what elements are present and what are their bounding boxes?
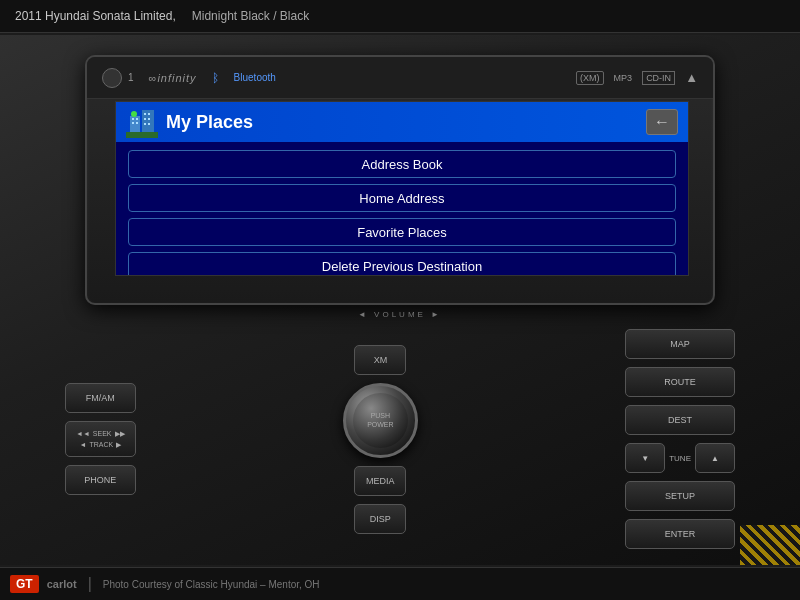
disp-button[interactable]: DISP xyxy=(354,504,406,534)
nav-screen: My Places ← Address Book Home Address Fa… xyxy=(115,101,689,276)
eject-icon[interactable]: ▲ xyxy=(685,70,698,85)
tune-buttons: ▼ TUNE ▲ xyxy=(625,443,735,473)
setup-button[interactable]: SETUP xyxy=(625,481,735,511)
power-knob[interactable]: PUSH POWER xyxy=(343,383,418,458)
svg-rect-11 xyxy=(144,123,146,125)
media-button[interactable]: MEDIA xyxy=(354,466,406,496)
disc-circle xyxy=(102,68,122,88)
tune-down-button[interactable]: ▼ xyxy=(625,443,665,473)
svg-rect-8 xyxy=(148,113,150,115)
route-button[interactable]: ROUTE xyxy=(625,367,735,397)
svg-rect-1 xyxy=(130,116,140,132)
tune-label: TUNE xyxy=(669,443,691,473)
svg-rect-10 xyxy=(148,118,150,120)
nav-screen-header: My Places ← xyxy=(116,102,688,142)
back-button[interactable]: ← xyxy=(646,109,678,135)
brand-text: ∞infinity xyxy=(149,72,197,84)
bluetooth-symbol: ᛒ xyxy=(212,71,219,85)
map-button[interactable]: MAP xyxy=(625,329,735,359)
xm-badge: (XM) xyxy=(576,71,604,85)
main-wrapper: 2011 Hyundai Sonata Limited, Midnight Bl… xyxy=(0,0,800,600)
disc-number: 1 xyxy=(128,72,134,83)
xm-button[interactable]: XM xyxy=(354,345,406,375)
knob-center: PUSH POWER xyxy=(353,393,408,448)
mp3-badge: MP3 xyxy=(614,73,633,83)
svg-point-13 xyxy=(131,111,137,117)
svg-rect-4 xyxy=(132,122,134,124)
svg-rect-2 xyxy=(132,118,134,120)
cd-in-badge: CD-IN xyxy=(642,71,675,85)
seek-track-button[interactable]: ◄◄SEEK▶▶ ◄TRACK▶ xyxy=(65,421,136,457)
right-buttons: MAP ROUTE DEST ▼ TUNE ▲ SETUP xyxy=(625,329,735,549)
stereo-top-bar: 1 ∞infinity ᛒ Bluetooth (XM) MP3 CD-IN ▲ xyxy=(87,57,713,99)
center-controls: XM PUSH POWER MEDIA DI xyxy=(343,345,418,534)
footer-bar: GT carlot | Photo Courtesy of Classic Hy… xyxy=(0,567,800,600)
svg-rect-0 xyxy=(126,132,158,138)
svg-rect-9 xyxy=(144,118,146,120)
photo-caption: Photo Courtesy of Classic Hyundai – Ment… xyxy=(103,579,320,590)
svg-rect-5 xyxy=(136,122,138,124)
gt-logo: GT xyxy=(10,575,39,593)
stereo-bezel: 1 ∞infinity ᛒ Bluetooth (XM) MP3 CD-IN ▲ xyxy=(85,55,715,305)
menu-item-favorite-places[interactable]: Favorite Places xyxy=(128,218,676,246)
left-buttons: FM/AM ◄◄SEEK▶▶ ◄TRACK▶ PHONE xyxy=(65,383,136,495)
car-model-text: 2011 Hyundai Sonata Limited, xyxy=(15,9,176,23)
bluetooth-label: Bluetooth xyxy=(234,72,276,83)
svg-rect-3 xyxy=(136,118,138,120)
hazard-stripes xyxy=(740,525,800,565)
phone-button[interactable]: PHONE xyxy=(65,465,136,495)
menu-item-address-book[interactable]: Address Book xyxy=(128,150,676,178)
menu-item-home-address[interactable]: Home Address xyxy=(128,184,676,212)
car-color-text: Midnight Black / Black xyxy=(192,9,309,23)
controls-row1: FM/AM ◄◄SEEK▶▶ ◄TRACK▶ PHONE xyxy=(50,324,750,554)
photo-area: 1 ∞infinity ᛒ Bluetooth (XM) MP3 CD-IN ▲ xyxy=(0,35,800,565)
stereo-right-badges: (XM) MP3 CD-IN ▲ xyxy=(576,70,698,85)
volume-label-area: ◄ VOLUME ► xyxy=(50,310,750,319)
fm-am-button[interactable]: FM/AM xyxy=(65,383,136,413)
svg-rect-12 xyxy=(148,123,150,125)
svg-rect-7 xyxy=(144,113,146,115)
nav-screen-title: My Places xyxy=(166,112,646,133)
gtcar-logo-text: carlot xyxy=(47,578,77,590)
nav-menu: Address Book Home Address Favorite Place… xyxy=(116,142,688,276)
disc-slot: 1 xyxy=(102,68,134,88)
menu-item-delete-prev-dest[interactable]: Delete Previous Destination xyxy=(128,252,676,276)
controls-section: ◄ VOLUME ► FM/AM ◄◄SEEK▶▶ ◄TRACK▶ xyxy=(50,310,750,565)
title-bar: 2011 Hyundai Sonata Limited, Midnight Bl… xyxy=(0,0,800,33)
tune-up-button[interactable]: ▲ xyxy=(695,443,735,473)
enter-button[interactable]: ENTER xyxy=(625,519,735,549)
my-places-icon xyxy=(126,106,158,138)
volume-label: ◄ VOLUME ► xyxy=(358,310,442,319)
dest-button[interactable]: DEST xyxy=(625,405,735,435)
